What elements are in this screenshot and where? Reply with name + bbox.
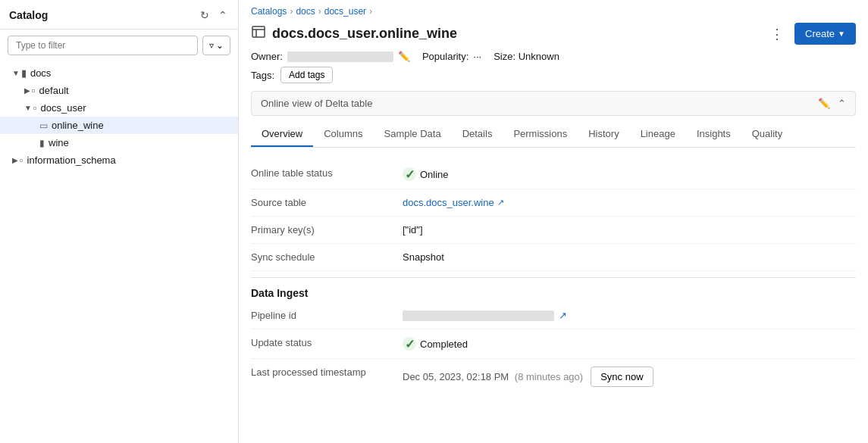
timestamp-text: Dec 05, 2023, 02:18 PM (8 minutes ago)	[403, 371, 583, 382]
banner-edit-icon[interactable]: ✏️	[818, 98, 830, 109]
primary-keys-label: Primary key(s)	[251, 224, 403, 236]
chevron-right-icon-info: ▶	[12, 156, 18, 164]
external-link-icon: ↗	[497, 198, 504, 207]
pipeline-id-row: Pipeline id ↗	[251, 302, 856, 329]
tree-item-docs-user[interactable]: ▼ ▫ docs_user	[0, 99, 238, 117]
update-status-value: ✓ Completed	[403, 337, 468, 351]
pipeline-id-bar	[403, 310, 554, 321]
tab-lineage[interactable]: Lineage	[630, 122, 686, 147]
page-title: docs.docs_user.online_wine	[272, 26, 760, 42]
refresh-button[interactable]: ↻	[199, 8, 211, 23]
pipeline-external-icon[interactable]: ↗	[559, 310, 567, 321]
tab-permissions[interactable]: Permissions	[503, 122, 578, 147]
filter-options-button[interactable]: ▿ ⌄	[202, 36, 230, 55]
chevron-down-icon: ▼	[12, 69, 20, 77]
tab-overview[interactable]: Overview	[251, 122, 313, 147]
source-table-link[interactable]: docs.docs_user.wine ↗	[403, 197, 504, 208]
tab-quality[interactable]: Quality	[741, 122, 793, 147]
meta-row: Owner: ✏️ Popularity: ··· Size: Unknown	[239, 51, 868, 67]
sync-schedule-row: Sync schedule Snapshot	[251, 244, 856, 271]
sync-now-button[interactable]: Sync now	[591, 367, 653, 387]
banner-collapse-icon[interactable]: ⌃	[838, 98, 846, 109]
tags-label: Tags:	[251, 70, 274, 81]
tree-item-default[interactable]: ▶ ▫ default	[0, 82, 238, 99]
chevron-down-icon-docs-user: ▼	[24, 104, 32, 112]
tree-item-online-wine[interactable]: ▭ online_wine	[0, 117, 238, 134]
create-label: Create	[805, 28, 835, 39]
last-processed-row: Last processed timestamp Dec 05, 2023, 0…	[251, 359, 856, 395]
tree-item-information-schema[interactable]: ▶ ▫ information_schema	[0, 151, 238, 169]
more-options-button[interactable]: ⋮	[766, 24, 788, 44]
owner-value-bar	[287, 51, 393, 62]
popularity-dots: ···	[473, 51, 481, 62]
delta-table-banner: Online view of Delta table ✏️ ⌃	[251, 91, 856, 116]
section-divider	[251, 277, 856, 278]
tabs-bar: Overview Columns Sample Data Details Per…	[251, 116, 856, 148]
table-status-label: Online table status	[251, 167, 403, 179]
schema-icon-docs-user: ▫	[33, 102, 37, 114]
update-status-row: Update status ✓ Completed	[251, 329, 856, 359]
filter-dropdown-icon: ⌄	[216, 40, 224, 51]
delta-banner-text: Online view of Delta table	[261, 98, 372, 109]
last-processed-value: Dec 05, 2023, 02:18 PM (8 minutes ago) S…	[403, 367, 653, 387]
size-value: Size: Unknown	[494, 51, 559, 62]
source-table-value: docs.docs_user.wine ↗	[403, 197, 504, 208]
online-table-icon: ▭	[39, 120, 48, 131]
tree-label-default: default	[39, 85, 69, 96]
last-processed-label: Last processed timestamp	[251, 367, 403, 378]
catalog-tree: ▼ ▮ docs ▶ ▫ default ▼ ▫ docs_user ▭ onl…	[0, 61, 238, 443]
header-actions: ⋮ Create ▼	[766, 23, 856, 45]
create-dropdown-icon: ▼	[838, 30, 845, 38]
tab-columns[interactable]: Columns	[313, 122, 373, 147]
filter-icon: ▿	[209, 40, 214, 51]
breadcrumb-sep-3: ›	[369, 6, 372, 17]
create-button[interactable]: Create ▼	[794, 23, 856, 45]
main-content: Catalogs › docs › docs_user › docs.docs_…	[239, 0, 868, 443]
primary-keys-value: ["id"]	[403, 224, 423, 236]
chevron-right-icon: ▶	[24, 86, 30, 95]
source-table-row: Source table docs.docs_user.wine ↗	[251, 189, 856, 217]
add-tags-button[interactable]: Add tags	[280, 67, 333, 83]
sync-schedule-value: Snapshot	[403, 251, 444, 263]
tab-history[interactable]: History	[578, 122, 629, 147]
popularity-meta: Popularity: ···	[422, 51, 481, 62]
collapse-sidebar-button[interactable]: ⌃	[217, 8, 229, 23]
breadcrumb-sep-1: ›	[290, 6, 293, 17]
tree-label-docs-user: docs_user	[41, 102, 86, 114]
sidebar-filter-row: ▿ ⌄	[0, 30, 238, 61]
check-circle-icon: ✓	[403, 167, 416, 181]
popularity-label: Popularity:	[422, 51, 468, 62]
tab-sample-data[interactable]: Sample Data	[373, 122, 451, 147]
pipeline-id-label: Pipeline id	[251, 310, 403, 321]
breadcrumb-docs-user[interactable]: docs_user	[324, 6, 366, 17]
breadcrumb-sep-2: ›	[318, 6, 321, 17]
data-ingest-title: Data Ingest	[251, 287, 856, 299]
banner-actions: ✏️ ⌃	[818, 98, 846, 109]
tree-label-online-wine: online_wine	[52, 120, 104, 131]
owner-label: Owner:	[251, 51, 283, 62]
overview-content: Online table status ✓ Online Source tabl…	[239, 148, 868, 443]
breadcrumb: Catalogs › docs › docs_user ›	[239, 0, 868, 20]
pipeline-id-value: ↗	[403, 310, 567, 321]
schema-icon: ▫	[32, 85, 36, 96]
owner-meta: Owner: ✏️	[251, 51, 410, 62]
primary-keys-row: Primary key(s) ["id"]	[251, 217, 856, 244]
sync-schedule-label: Sync schedule	[251, 251, 403, 263]
timestamp-ago: (8 minutes ago)	[515, 371, 583, 382]
tab-details[interactable]: Details	[452, 122, 503, 147]
update-status-text: Completed	[420, 338, 468, 350]
tab-insights[interactable]: Insights	[686, 122, 741, 147]
sidebar-header: Catalog ↻ ⌃	[0, 0, 238, 30]
breadcrumb-catalogs[interactable]: Catalogs	[251, 6, 287, 17]
svg-rect-0	[252, 27, 265, 37]
sidebar: Catalog ↻ ⌃ ▿ ⌄ ▼ ▮ docs ▶ ▫ default	[0, 0, 239, 443]
source-table-label: Source table	[251, 197, 403, 208]
owner-edit-icon[interactable]: ✏️	[398, 51, 410, 62]
tree-item-wine[interactable]: ▮ wine	[0, 134, 238, 151]
tags-row: Tags: Add tags	[239, 67, 868, 91]
breadcrumb-docs[interactable]: docs	[296, 6, 315, 17]
tree-label-docs: docs	[30, 67, 51, 79]
filter-input[interactable]	[8, 36, 198, 55]
completed-check-icon: ✓	[403, 337, 416, 351]
tree-item-docs[interactable]: ▼ ▮ docs	[0, 64, 238, 82]
